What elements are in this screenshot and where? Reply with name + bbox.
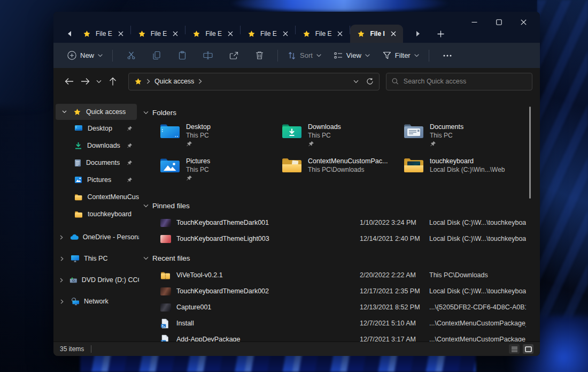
sidebar-item-onedrive[interactable]: OneDrive - Personal [53,226,139,248]
tab-close-icon[interactable] [227,30,234,37]
sidebar-item-network[interactable]: Network [53,291,139,312]
tab-file-explorer-3[interactable]: File E [185,25,240,43]
items-view: Folders Desktop This PC [139,95,540,341]
new-tab-button[interactable] [434,27,448,41]
tab-label: File E [96,30,112,37]
file-row[interactable]: Capture001 12/13/2021 8:52 PM ...\{5205D… [143,299,526,315]
file-row[interactable]: TouchKeyboardThemeDark001 1/10/2022 3:24… [143,215,526,231]
section-header-folders[interactable]: Folders [143,107,526,118]
chevron-down-icon [316,54,321,57]
toolbar-separator [112,50,113,62]
tab-file-explorer-5[interactable]: File E [296,25,350,43]
search-input[interactable] [404,78,527,85]
tab-scroll-left-button[interactable] [63,25,76,43]
sidebar-item-documents[interactable]: Documents [53,154,139,171]
chevron-right-icon[interactable] [198,79,202,84]
breadcrumb-quick-access[interactable]: Quick access [154,78,194,85]
chevron-down-icon[interactable] [143,111,149,115]
cut-button[interactable] [123,48,139,64]
maximize-button[interactable] [486,14,511,30]
up-button[interactable] [105,73,121,89]
chevron-down-icon [414,54,419,57]
new-button[interactable]: New [63,48,107,63]
vertical-scrollbar[interactable] [529,107,531,199]
tab-file-explorer-2[interactable]: File E [131,25,185,43]
minimize-button[interactable] [462,14,486,30]
delete-button[interactable] [251,48,267,64]
address-bar[interactable]: Quick access [128,73,380,90]
sidebar-item-contextmenucust[interactable]: ContextMenuCust [53,188,139,206]
file-row[interactable]: Add-AppDevPackage 12/7/2021 3:17 AM ...\… [143,331,526,341]
see-more-button[interactable] [439,48,455,64]
star-icon [247,30,256,38]
folder-tile-touchkeyboard[interactable]: touchkeyboard Local Disk (C:)\Win...\Web [403,156,525,190]
close-button[interactable] [511,14,536,30]
folder-tile-contextmenucustompac[interactable]: ContextMenuCustomPac... This PC\Download… [281,156,403,190]
file-row[interactable]: TouchKeyboardThemeLight003 12/14/2021 2:… [143,231,526,247]
file-row[interactable]: Install 12/7/2021 5:10 AM ...\ContextMen… [143,315,526,331]
pin-icon [127,143,133,149]
sidebar-item-quick-access[interactable]: Quick access [56,104,137,120]
sidebar-item-dvd-drive[interactable]: DVD Drive (D:) CCCO [53,269,139,291]
tab-close-icon[interactable] [282,30,289,37]
sidebar-item-downloads[interactable]: Downloads [53,137,139,154]
rename-button[interactable] [200,48,216,64]
sidebar-item-label: Desktop [88,125,112,132]
tab-close-icon[interactable] [390,30,397,37]
tab-file-explorer-1[interactable]: File E [76,25,130,43]
plus-circle-icon [67,51,76,60]
address-dropdown-icon[interactable] [353,80,359,83]
chevron-right-icon[interactable] [58,235,66,240]
tab-close-icon[interactable] [336,30,344,37]
tab-label: File E [315,30,332,37]
chevron-right-icon[interactable] [58,256,66,261]
sidebar-item-this-pc[interactable]: This PC [53,248,139,269]
sidebar-item-touchkeyboard[interactable]: touchkeyboard [53,206,139,223]
tab-file-explorer-active[interactable]: File I [350,25,403,43]
file-path: This PC\Downloads [429,271,526,279]
large-icons-view-button[interactable] [523,344,533,354]
chevron-down-icon[interactable] [60,110,68,113]
star-icon [83,30,91,38]
folder-tile-documents[interactable]: Documents This PC [403,122,525,156]
copy-button[interactable] [149,48,165,64]
tab-close-icon[interactable] [117,30,125,37]
sort-button[interactable]: Sort [283,48,326,63]
section-title: Folders [152,109,176,117]
file-name: Install [176,320,360,327]
chevron-down-icon[interactable] [143,256,149,260]
explorer-body: Quick access Desktop Downloads [53,95,540,341]
chevron-right-icon[interactable] [146,79,150,84]
folder-tile-pictures[interactable]: Pictures This PC [159,156,281,190]
navigation-bar: Quick access [53,68,540,95]
section-header-pinned-files[interactable]: Pinned files [143,200,526,211]
paste-button[interactable] [174,48,190,64]
details-view-button[interactable] [509,344,520,354]
search-box[interactable] [386,73,532,90]
recent-locations-button[interactable] [93,73,105,89]
tab-scroll-right-button[interactable] [412,25,424,43]
back-button[interactable] [61,73,77,89]
sidebar-item-label: Quick access [86,108,126,116]
sidebar-item-desktop[interactable]: Desktop [53,120,139,137]
chevron-down-icon[interactable] [143,204,149,208]
section-header-recent-files[interactable]: Recent files [143,252,526,264]
share-button[interactable] [226,48,242,64]
view-button[interactable]: View [330,48,374,63]
filter-button[interactable]: Filter [378,48,423,63]
file-row[interactable]: ViVeTool-v0.2.1 2/20/2022 2:22 AM This P… [143,267,526,283]
tab-file-explorer-4[interactable]: File E [241,25,295,43]
file-row[interactable]: TouchKeyboardThemeDark002 12/17/2021 2:3… [143,283,526,299]
chevron-down-icon [98,54,103,57]
chevron-right-icon[interactable] [58,278,65,283]
share-icon [229,51,238,60]
tab-close-icon[interactable] [172,30,179,37]
folder-tile-downloads[interactable]: Downloads This PC [281,122,403,156]
chevron-right-icon[interactable] [58,299,66,304]
yellow-folder-with-image-icon [403,157,424,174]
forward-button[interactable] [77,73,93,89]
star-icon [192,30,200,38]
sidebar-item-pictures[interactable]: Pictures [53,171,139,188]
refresh-icon[interactable] [366,78,374,85]
folder-tile-desktop[interactable]: Desktop This PC [159,122,281,156]
